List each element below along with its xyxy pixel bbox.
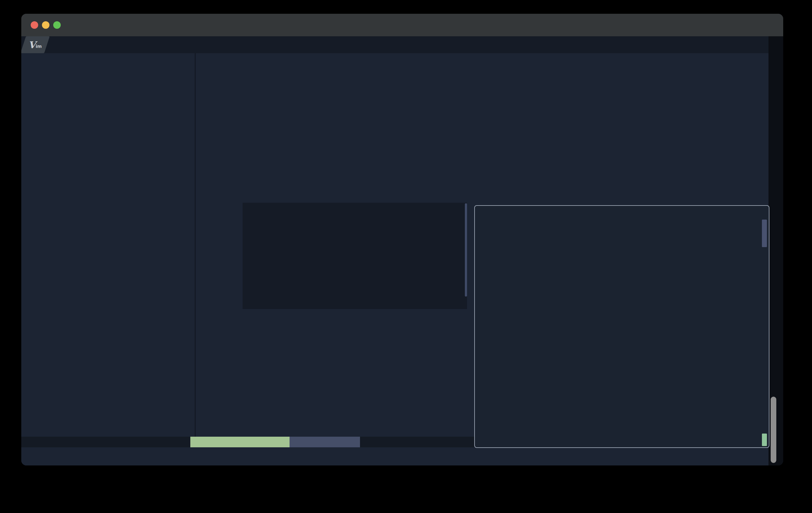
command-line [21, 447, 768, 465]
desktop: Vim [0, 0, 812, 513]
zoom-window-button[interactable] [53, 21, 61, 29]
doc-scrollbar-indicator[interactable] [762, 433, 767, 446]
popup-scrollbar[interactable] [465, 203, 467, 297]
bufferline: Vim [21, 36, 768, 53]
titlebar [21, 14, 783, 37]
documentation-float [474, 205, 770, 448]
nvimtree-file-explorer [21, 53, 195, 437]
minimize-window-button[interactable] [42, 21, 50, 29]
terminal-scrollbar[interactable] [771, 397, 776, 463]
mode-indicator [290, 437, 360, 447]
doc-scrollbar-thumb[interactable] [762, 219, 767, 247]
vim-logo-icon: Vim [21, 36, 50, 53]
close-window-button[interactable] [31, 21, 38, 29]
completion-popup [242, 203, 467, 309]
git-status-segment [190, 437, 290, 447]
terminal-window: Vim [21, 14, 783, 465]
